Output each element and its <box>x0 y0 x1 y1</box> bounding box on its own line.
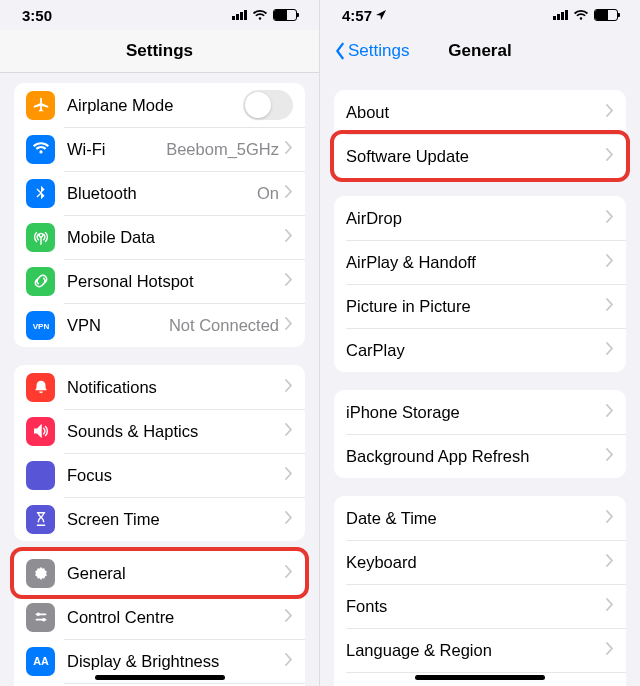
row-mobile-data[interactable]: Mobile Data <box>14 215 305 259</box>
row-label: AirDrop <box>346 209 606 228</box>
chevron-right-icon <box>285 316 293 334</box>
row-picture-in-picture[interactable]: Picture in Picture <box>334 284 626 328</box>
row-notifications[interactable]: Notifications <box>14 365 305 409</box>
chevron-right-icon <box>285 466 293 484</box>
row-general[interactable]: General <box>14 551 305 595</box>
gear-icon <box>26 559 55 588</box>
settings-list[interactable]: Airplane ModeWi-FiBeebom_5GHzBluetoothOn… <box>0 73 319 686</box>
status-icons <box>553 7 618 24</box>
status-icons <box>232 7 297 24</box>
row-label: CarPlay <box>346 341 606 360</box>
row-background-app-refresh[interactable]: Background App Refresh <box>334 434 626 478</box>
chevron-right-icon <box>606 341 614 359</box>
toggle[interactable] <box>243 90 293 120</box>
row-control-centre[interactable]: Control Centre <box>14 595 305 639</box>
chevron-right-icon <box>606 597 614 615</box>
hourglass-icon <box>26 505 55 534</box>
chevron-right-icon <box>285 652 293 670</box>
row-airdrop[interactable]: AirDrop <box>334 196 626 240</box>
chevron-right-icon <box>285 510 293 528</box>
general-list[interactable]: AboutSoftware Update AirDropAirPlay & Ha… <box>320 72 640 686</box>
nav-bar: Settings General <box>320 30 640 72</box>
signal-icon <box>553 10 568 20</box>
moon-icon <box>26 461 55 490</box>
settings-screen: 3:50 Settings Airplane ModeWi-FiBeebom_5… <box>0 0 320 686</box>
group-storage: iPhone StorageBackground App Refresh <box>334 390 626 478</box>
status-time: 4:57 <box>342 7 386 24</box>
chevron-right-icon <box>285 564 293 582</box>
row-date-time[interactable]: Date & Time <box>334 496 626 540</box>
row-label: AirPlay & Handoff <box>346 253 606 272</box>
group-connectivity: Airplane ModeWi-FiBeebom_5GHzBluetoothOn… <box>14 83 305 347</box>
svg-rect-2 <box>35 613 46 615</box>
nav-bar: Settings <box>0 30 319 72</box>
row-label: Sounds & Haptics <box>67 422 285 441</box>
row-label: Control Centre <box>67 608 285 627</box>
row-label: Screen Time <box>67 510 285 529</box>
row-label: VPN <box>67 316 169 335</box>
row-airplane-mode[interactable]: Airplane Mode <box>14 83 305 127</box>
wifi-icon <box>573 7 589 24</box>
row-label: Language & Region <box>346 641 606 660</box>
svg-text:VPN: VPN <box>32 322 49 331</box>
row-label: Display & Brightness <box>67 652 285 671</box>
airplane-icon <box>26 91 55 120</box>
chevron-right-icon <box>606 509 614 527</box>
row-label: Wi-Fi <box>67 140 166 159</box>
row-carplay[interactable]: CarPlay <box>334 328 626 372</box>
row-label: Picture in Picture <box>346 297 606 316</box>
chevron-right-icon <box>606 447 614 465</box>
row-software-update[interactable]: Software Update <box>334 134 626 178</box>
battery-icon <box>273 9 297 21</box>
row-screen-time[interactable]: Screen Time <box>14 497 305 541</box>
chevron-left-icon <box>334 42 346 60</box>
row-keyboard[interactable]: Keyboard <box>334 540 626 584</box>
row-label: Focus <box>67 466 285 485</box>
svg-text:AA: AA <box>33 655 49 667</box>
row-airplay-handoff[interactable]: AirPlay & Handoff <box>334 240 626 284</box>
chevron-right-icon <box>285 228 293 246</box>
group-datetime: Date & TimeKeyboardFontsLanguage & Regio… <box>334 496 626 686</box>
row-sounds-haptics[interactable]: Sounds & Haptics <box>14 409 305 453</box>
row-label: General <box>67 564 285 583</box>
status-bar: 4:57 <box>320 0 640 30</box>
group-airplay: AirDropAirPlay & HandoffPicture in Pictu… <box>334 196 626 372</box>
row-label: About <box>346 103 606 122</box>
battery-icon <box>594 9 618 21</box>
bluetooth-icon <box>26 179 55 208</box>
vpn-icon: VPN <box>26 311 55 340</box>
row-label: Software Update <box>346 147 606 166</box>
row-iphone-storage[interactable]: iPhone Storage <box>334 390 626 434</box>
row-label: Background App Refresh <box>346 447 606 466</box>
row-label: Date & Time <box>346 509 606 528</box>
row-focus[interactable]: Focus <box>14 453 305 497</box>
chevron-right-icon <box>606 147 614 165</box>
bell-icon <box>26 373 55 402</box>
group-about: AboutSoftware Update <box>334 90 626 178</box>
row-personal-hotspot[interactable]: Personal Hotspot <box>14 259 305 303</box>
row-label: Fonts <box>346 597 606 616</box>
back-label: Settings <box>348 41 409 61</box>
row-bluetooth[interactable]: BluetoothOn <box>14 171 305 215</box>
row-fonts[interactable]: Fonts <box>334 584 626 628</box>
group-notifications: NotificationsSounds & HapticsFocusScreen… <box>14 365 305 541</box>
row-about[interactable]: About <box>334 90 626 134</box>
chevron-right-icon <box>606 253 614 271</box>
location-icon <box>376 10 386 20</box>
wifi-icon <box>26 135 55 164</box>
row-wi-fi[interactable]: Wi-FiBeebom_5GHz <box>14 127 305 171</box>
antenna-icon <box>26 223 55 252</box>
row-language-region[interactable]: Language & Region <box>334 628 626 672</box>
status-bar: 3:50 <box>0 0 319 30</box>
chevron-right-icon <box>285 272 293 290</box>
speaker-icon <box>26 417 55 446</box>
row-label: iPhone Storage <box>346 403 606 422</box>
row-value: Beebom_5GHz <box>166 140 279 159</box>
svg-rect-4 <box>35 619 46 621</box>
chevron-right-icon <box>606 403 614 421</box>
home-indicator <box>95 675 225 680</box>
row-label: Personal Hotspot <box>67 272 285 291</box>
aa-icon: AA <box>26 647 55 676</box>
row-vpn[interactable]: VPNVPNNot Connected <box>14 303 305 347</box>
back-button[interactable]: Settings <box>334 41 409 61</box>
